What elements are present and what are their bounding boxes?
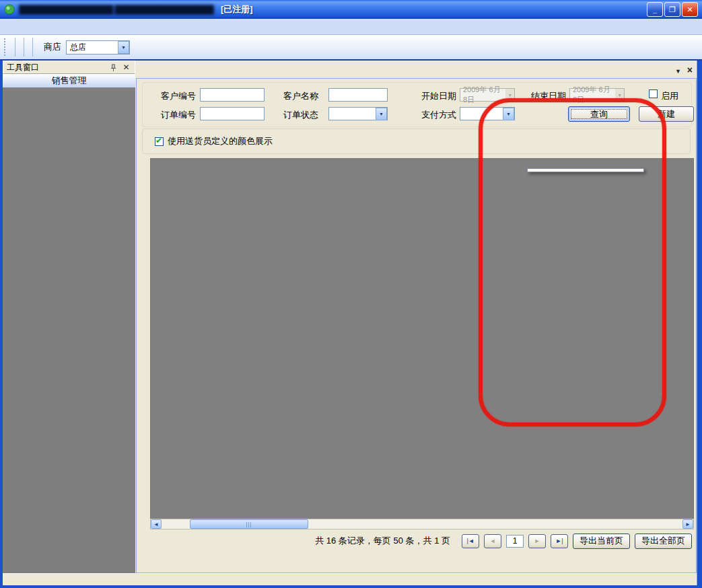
toolbar-grip[interactable]	[4, 38, 8, 56]
customer-name-input[interactable]	[328, 88, 388, 102]
tool-window-titlebar: 工具窗口 ✕	[3, 61, 135, 74]
pay-method-label: 支付方式	[421, 109, 456, 121]
title-bar: █████████████████ ██████████████████ [已注…	[0, 0, 702, 19]
toolbar-separator	[15, 38, 15, 57]
maximize-button[interactable]: ❐	[664, 2, 680, 17]
start-date-value: 2009年 6月 8日	[463, 85, 505, 105]
enable-label: 启用	[661, 90, 678, 102]
close-icon: ✕	[687, 6, 693, 13]
pagination-bar: 共 16 条记录，每页 50 条，共 1 页 导出当前页 导出全部页	[137, 531, 692, 551]
close-button[interactable]: ✕	[682, 2, 698, 17]
delivery-color-label: 使用送货员定义的颜色展示	[168, 135, 273, 147]
delivery-color-checkbox[interactable]	[155, 137, 164, 146]
customer-name-label: 客户名称	[283, 90, 318, 102]
enable-checkbox[interactable]	[649, 89, 658, 98]
tool-window-title: 工具窗口	[7, 62, 106, 73]
scrollbar-track[interactable]	[162, 519, 682, 529]
registered-badge: [已注册]	[221, 3, 253, 15]
pay-method-select[interactable]	[460, 107, 515, 120]
window-border-bottom	[0, 585, 702, 588]
order-management-panel: 客户编号 客户名称 开始日期 2009年 6月 8日 结束日期 2009年 6月…	[136, 78, 697, 573]
dropdown-arrow-icon[interactable]	[503, 108, 514, 120]
dropdown-arrow-icon[interactable]	[505, 89, 514, 101]
page-number-input[interactable]	[506, 535, 524, 548]
order-status-select[interactable]	[328, 107, 388, 120]
store-selected-value: 总店	[70, 42, 86, 53]
pin-icon[interactable]	[108, 63, 118, 73]
window-title-redacted: █████████████████ ██████████████████	[19, 5, 214, 15]
sidebar-section-sales[interactable]: 销售管理	[3, 74, 135, 87]
export-all-pages-button[interactable]: 导出全部页	[635, 534, 692, 549]
sidebar-close-icon[interactable]: ✕	[121, 63, 131, 73]
prev-page-button[interactable]	[484, 534, 501, 548]
dropdown-arrow-icon[interactable]	[615, 89, 624, 101]
scroll-right-icon[interactable]	[682, 519, 693, 529]
order-no-input[interactable]	[200, 107, 265, 120]
content-area: 客户编号 客户名称 开始日期 2009年 6月 8日 结束日期 2009年 6月…	[136, 61, 697, 573]
query-button[interactable]: 查询	[568, 106, 630, 122]
color-option-row: 使用送货员定义的颜色展示	[142, 128, 691, 154]
document-tab-bar	[136, 61, 697, 78]
order-no-label: 订单编号	[161, 109, 196, 121]
tool-window-sidebar: 工具窗口 ✕ 销售管理	[3, 61, 135, 573]
next-page-button[interactable]	[528, 534, 546, 548]
end-date-label: 结束日期	[531, 90, 566, 102]
scrollbar-thumb[interactable]	[190, 519, 308, 529]
app-icon	[4, 4, 15, 15]
record-count-summary: 共 16 条记录，每页 50 条，共 1 页	[315, 535, 450, 547]
window-border-right	[697, 61, 702, 588]
new-button[interactable]: 新建	[639, 106, 694, 122]
scroll-left-icon[interactable]	[151, 519, 162, 529]
minimize-icon: _	[653, 6, 657, 13]
status-bar	[3, 573, 697, 585]
dropdown-arrow-icon[interactable]	[376, 108, 387, 120]
start-date-picker[interactable]: 2009年 6月 8日	[460, 88, 515, 102]
tab-list-dropdown-icon[interactable]	[675, 65, 681, 75]
horizontal-scrollbar[interactable]	[150, 519, 694, 529]
dropdown-arrow-icon[interactable]	[118, 41, 129, 54]
first-page-button[interactable]	[462, 534, 479, 548]
order-status-label: 订单状态	[283, 109, 318, 121]
last-page-button[interactable]	[551, 534, 568, 548]
end-date-picker[interactable]: 2009年 6月 8日	[569, 88, 625, 102]
orders-table	[150, 158, 694, 520]
export-current-page-button[interactable]: 导出当前页	[573, 534, 630, 549]
customer-no-label: 客户编号	[161, 90, 196, 102]
store-select[interactable]: 总店	[66, 40, 130, 54]
customer-no-input[interactable]	[200, 88, 265, 102]
context-menu	[527, 168, 644, 172]
end-date-value: 2009年 6月 8日	[573, 85, 615, 105]
start-date-label: 开始日期	[421, 90, 456, 102]
tab-close-icon[interactable]	[687, 65, 693, 75]
minimize-button[interactable]: _	[647, 2, 663, 17]
maximize-icon: ❐	[669, 6, 676, 13]
toolbar: 商店 总店	[0, 35, 702, 61]
store-label: 商店	[44, 41, 61, 53]
menu-bar	[0, 19, 702, 35]
toolbar-separator	[24, 38, 24, 57]
sidebar-items	[3, 87, 135, 573]
toolbar-separator	[32, 38, 33, 57]
